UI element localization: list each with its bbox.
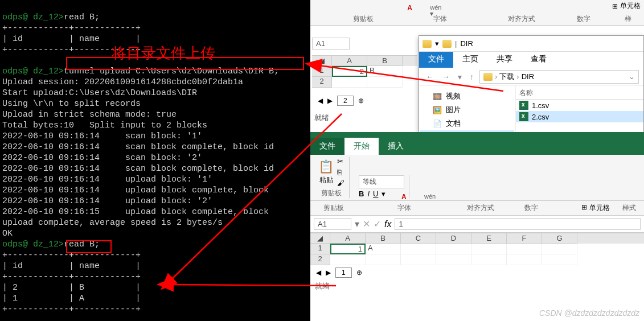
paste-button[interactable]: 📋粘贴 <box>318 159 334 185</box>
nav-fwd[interactable]: → <box>440 71 452 83</box>
col-B[interactable]: B <box>367 56 403 66</box>
sheet-tabs-2[interactable]: ◀▶ 1 ⊕ <box>310 265 644 280</box>
breadcrumb[interactable]: › 下载 › DIR ⌄ <box>479 70 639 84</box>
nav-recent[interactable]: ▾ <box>456 71 464 83</box>
prompt: odps@ dz_12> <box>2 13 64 22</box>
ribbon-groups: 剪贴板 Awén▾字体 对齐方式 数字 ⊞ 单元格 样 <box>310 0 644 26</box>
nav-up[interactable]: ↑ <box>467 71 476 83</box>
explorer-ribbon-tabs: 文件 主页 共享 查看 <box>419 52 643 68</box>
nav-back[interactable]: ← <box>424 71 436 83</box>
formula-bar[interactable]: 1 <box>395 218 641 230</box>
excel2-tabs: 文件 开始 插入 <box>310 138 644 155</box>
name-box-1[interactable]: A1 <box>312 38 350 50</box>
chevron-down-icon[interactable]: ⌄ <box>629 72 635 81</box>
excel-icon <box>519 101 528 110</box>
excel2-ribbon: 文件 开始 插入 📋粘贴 ✂ ⎘ 🖌 剪贴板 等线 B I U▾ 剪 <box>310 132 644 293</box>
clipboard-group: 📋粘贴 ✂ ⎘ 🖌 剪贴板 <box>314 157 350 198</box>
folder-icon <box>423 40 432 48</box>
highlight-upload-cmd <box>66 57 304 70</box>
select-all-2[interactable]: ◢ <box>310 233 330 244</box>
file-row[interactable]: 2.csv <box>516 111 643 122</box>
tab-view[interactable]: 查看 <box>522 52 556 68</box>
tab-file[interactable]: 文件 <box>310 138 344 155</box>
tab-home[interactable]: 主页 <box>453 52 487 68</box>
sheet-tabs-1[interactable]: ◀▶ 2 ⊕ <box>318 96 364 106</box>
tab-file[interactable]: 文件 <box>419 52 453 68</box>
cells-group[interactable]: ⊞ 单元格 <box>612 1 641 11</box>
select-all-1[interactable]: ◢ <box>312 56 332 66</box>
excel-icon <box>519 112 528 121</box>
tab-home[interactable]: 开始 <box>344 138 379 155</box>
copy-icon[interactable]: ⎘ <box>337 168 344 176</box>
explorer-title-text: DIR <box>460 39 473 48</box>
folder-icon <box>483 73 493 81</box>
nav-videos[interactable]: 🎞️视频 <box>420 89 514 103</box>
name-box-2[interactable]: A1 <box>314 218 351 230</box>
status-2: 就绪 <box>310 280 644 293</box>
folder-icon <box>442 40 452 48</box>
underline-button[interactable]: U <box>373 190 378 198</box>
cells-group[interactable]: ⊞ 单元格 <box>581 203 610 213</box>
nav-pictures[interactable]: 🖼️图片 <box>420 103 514 117</box>
sheet-1[interactable]: ◢ A B 1 2 B 2 <box>312 55 417 88</box>
nav-documents[interactable]: 📄文档 <box>420 117 514 130</box>
bold-button[interactable]: B <box>359 190 364 198</box>
format-painter-icon[interactable]: 🖌 <box>337 179 344 187</box>
explorer-titlebar[interactable]: ▾ | DIR <box>419 36 643 52</box>
watermark: CSDN @dzdzdzdzdzdzdzdz <box>539 308 639 318</box>
highlight-read-cmd <box>66 240 112 253</box>
tab-insert[interactable]: 插入 <box>379 138 413 155</box>
file-row[interactable]: 1.csv <box>516 100 643 111</box>
tab-share[interactable]: 共享 <box>487 52 522 68</box>
italic-button[interactable]: I <box>367 190 370 198</box>
col-A[interactable]: A <box>332 56 367 66</box>
cmd: read B; <box>64 13 100 22</box>
cut-icon[interactable]: ✂ <box>337 157 344 166</box>
sheet-2[interactable]: ◢ A B C D E F G 1 1 A 2 <box>310 233 644 265</box>
status-1: 就绪 <box>314 113 329 123</box>
